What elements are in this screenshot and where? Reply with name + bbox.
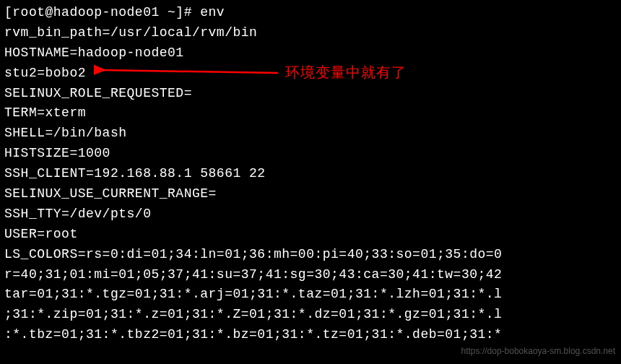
watermark-text: https://dop-bobokaoya-sm.blog.csdn.net: [461, 344, 615, 358]
terminal-line: TERM=xterm: [4, 103, 617, 124]
terminal-line: [root@hadoop-node01 ~]# env: [4, 3, 617, 23]
terminal-line: LS_COLORS=rs=0:di=01;34:ln=01;36:mh=00:p…: [4, 245, 617, 265]
terminal-output: [root@hadoop-node01 ~]# env rvm_bin_path…: [4, 3, 617, 345]
terminal-line: :*.tbz=01;31:*.tbz2=01;31:*.bz=01;31:*.t…: [4, 325, 617, 345]
terminal-line: ;31:*.zip=01;31:*.z=01;31:*.Z=01;31:*.dz…: [4, 305, 617, 325]
terminal-line: SELINUX_USE_CURRENT_RANGE=: [4, 184, 617, 204]
terminal-line: SELINUX_ROLE_REQUESTED=: [4, 84, 617, 104]
terminal-line: SHELL=/bin/bash: [4, 124, 617, 144]
terminal-line: SSH_CLIENT=192.168.88.1 58661 22: [4, 164, 617, 184]
terminal-line: HISTSIZE=1000: [4, 144, 617, 164]
terminal-line: SSH_TTY=/dev/pts/0: [4, 204, 617, 225]
annotation-text: 环境变量中就有了: [285, 61, 407, 84]
terminal-line: HOSTNAME=hadoop-node01: [4, 43, 617, 64]
terminal-line: rvm_bin_path=/usr/local/rvm/bin: [4, 23, 617, 43]
terminal-line: tar=01;31:*.tgz=01;31:*.arj=01;31:*.taz=…: [4, 285, 617, 305]
terminal-line: r=40;31;01:mi=01;05;37;41:su=37;41:sg=30…: [4, 265, 617, 285]
terminal-line: USER=root: [4, 225, 617, 245]
